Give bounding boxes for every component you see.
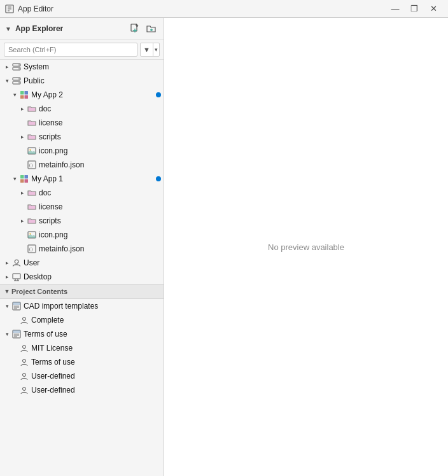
tree-item-user[interactable]: ▸User: [0, 256, 164, 270]
filter-button[interactable]: ▼ ▾: [140, 43, 160, 57]
folder-icon-myapp1-license: [27, 202, 37, 212]
app-icon-myapp1: [19, 174, 29, 184]
tree-label-terms-mit: MIT License: [31, 344, 161, 353]
image-icon-myapp1-icon: [27, 230, 37, 240]
expand-arrow-myapp2-doc[interactable]: ▸: [18, 104, 27, 113]
close-button[interactable]: ✕: [424, 0, 443, 18]
new-folder-button[interactable]: [144, 22, 158, 36]
window-controls: — ❐ ✕: [386, 0, 443, 18]
maximize-button[interactable]: ❐: [405, 0, 424, 18]
item-icon-cad-complete: [19, 315, 29, 325]
item-icon-terms-user1: [19, 371, 29, 381]
tree-label-myapp1-license: license: [39, 202, 161, 211]
expand-arrow-system[interactable]: ▸: [3, 62, 11, 71]
server-icon-public: [11, 76, 22, 86]
tree-item-myapp1-doc[interactable]: ▸doc: [0, 186, 164, 200]
project-contents-section[interactable]: ▼ Project Contents: [0, 284, 164, 299]
search-input[interactable]: [4, 43, 137, 57]
filter-icon: ▼: [141, 46, 153, 53]
server-icon-system: [11, 62, 22, 72]
svg-rect-37: [13, 274, 20, 279]
tree-item-myapp2-scripts[interactable]: ▸scripts: [0, 130, 164, 144]
tree-label-terms-user1: User-defined: [31, 372, 161, 381]
tree-label-desktop: Desktop: [24, 272, 161, 281]
tree-label-terms: Terms of use: [24, 330, 161, 339]
desktop-icon-desktop: [11, 272, 22, 282]
template-icon-cad: [11, 301, 22, 311]
expand-arrow-myapp1-doc[interactable]: ▸: [18, 188, 27, 197]
tree-item-myapp2-license[interactable]: license: [0, 116, 164, 130]
badge-myapp1: [156, 176, 161, 181]
svg-rect-22: [20, 95, 24, 99]
folder-icon-myapp1-doc: [27, 188, 37, 198]
svg-rect-31: [25, 179, 29, 183]
folder-icon-myapp2-license: [27, 118, 37, 128]
tree-item-myapp2-meta[interactable]: {}metainfo.json: [0, 158, 164, 172]
expand-arrow-user[interactable]: ▸: [3, 258, 11, 267]
svg-rect-42: [13, 302, 20, 305]
tree-item-myapp2[interactable]: ▾My App 2: [0, 88, 164, 102]
app-icon-myapp2: [19, 90, 29, 100]
svg-point-52: [23, 346, 26, 349]
new-file-button[interactable]: [128, 22, 142, 36]
expand-arrow-cad[interactable]: ▾: [3, 302, 11, 311]
expand-arrow-myapp1[interactable]: ▾: [10, 174, 19, 183]
tree-label-myapp2-meta: metainfo.json: [39, 160, 161, 169]
svg-text:{}: {}: [29, 163, 33, 167]
svg-point-36: [15, 260, 18, 263]
main-container: ▼ App Explorer: [0, 18, 448, 476]
tree-label-myapp1-icon: icon.png: [39, 230, 161, 239]
tree-item-myapp1-license[interactable]: license: [0, 200, 164, 214]
expand-arrow-myapp2-scripts[interactable]: ▸: [18, 132, 27, 141]
expand-arrow-myapp2[interactable]: ▾: [10, 90, 19, 99]
svg-rect-28: [20, 175, 24, 179]
tree-container: ▸System▾Public▾My App 2▸doclicense▸scrip…: [0, 60, 164, 476]
svg-rect-29: [25, 175, 29, 179]
svg-point-19: [18, 82, 20, 83]
svg-point-54: [23, 374, 26, 377]
tree-item-terms-user2[interactable]: User-defined: [0, 383, 164, 397]
tree-item-myapp1-scripts[interactable]: ▸scripts: [0, 214, 164, 228]
project-contents-tree: ▾CAD import templatesComplete▾Terms of u…: [0, 299, 164, 397]
project-contents-label: Project Contents: [11, 288, 161, 295]
minimize-button[interactable]: —: [386, 0, 405, 18]
tree-item-desktop[interactable]: ▸Desktop: [0, 270, 164, 284]
collapse-explorer-icon[interactable]: ▼: [5, 25, 11, 32]
expand-arrow-myapp1-scripts[interactable]: ▸: [18, 216, 27, 225]
tree-item-system[interactable]: ▸System: [0, 60, 164, 74]
tree-label-system: System: [24, 62, 161, 71]
tree-item-myapp2-icon[interactable]: icon.png: [0, 144, 164, 158]
window-title: App Editor: [18, 4, 53, 13]
tree-item-public[interactable]: ▾Public: [0, 74, 164, 88]
project-contents-collapse-icon: ▼: [3, 287, 11, 296]
expand-arrow-public[interactable]: ▾: [3, 76, 11, 85]
tree-label-myapp1-doc: doc: [39, 188, 161, 197]
tree-item-terms-user1[interactable]: User-defined: [0, 369, 164, 383]
tree-item-cad[interactable]: ▾CAD import templates: [0, 299, 164, 313]
badge-myapp2: [156, 92, 161, 97]
tree-label-myapp2-doc: doc: [39, 104, 161, 113]
expand-arrow-terms[interactable]: ▾: [3, 330, 11, 339]
tree-item-myapp1[interactable]: ▾My App 1: [0, 172, 164, 186]
expand-arrow-desktop[interactable]: ▸: [3, 272, 11, 281]
item-icon-terms-tou: [19, 357, 29, 367]
tree-label-user: User: [24, 258, 161, 267]
tree-label-terms-user2: User-defined: [31, 386, 161, 395]
tree-label-myapp1-meta: metainfo.json: [39, 244, 161, 253]
svg-point-55: [23, 388, 26, 391]
tree-item-terms-tou[interactable]: Terms of use: [0, 355, 164, 369]
svg-point-46: [23, 318, 26, 321]
svg-text:{}: {}: [29, 247, 33, 251]
tree-label-myapp1: My App 1: [31, 174, 153, 183]
tree-item-myapp1-icon[interactable]: icon.png: [0, 228, 164, 242]
user-icon-user: [11, 258, 22, 268]
tree-item-terms[interactable]: ▾Terms of use: [0, 327, 164, 341]
tree-label-myapp2: My App 2: [31, 90, 153, 99]
app-editor-icon: [5, 4, 14, 13]
template-icon-terms: [11, 329, 22, 339]
tree-item-terms-mit[interactable]: MIT License: [0, 341, 164, 355]
svg-point-14: [18, 64, 20, 66]
tree-item-cad-complete[interactable]: Complete: [0, 313, 164, 327]
tree-item-myapp2-doc[interactable]: ▸doc: [0, 102, 164, 116]
tree-item-myapp1-meta[interactable]: {}metainfo.json: [0, 242, 164, 256]
